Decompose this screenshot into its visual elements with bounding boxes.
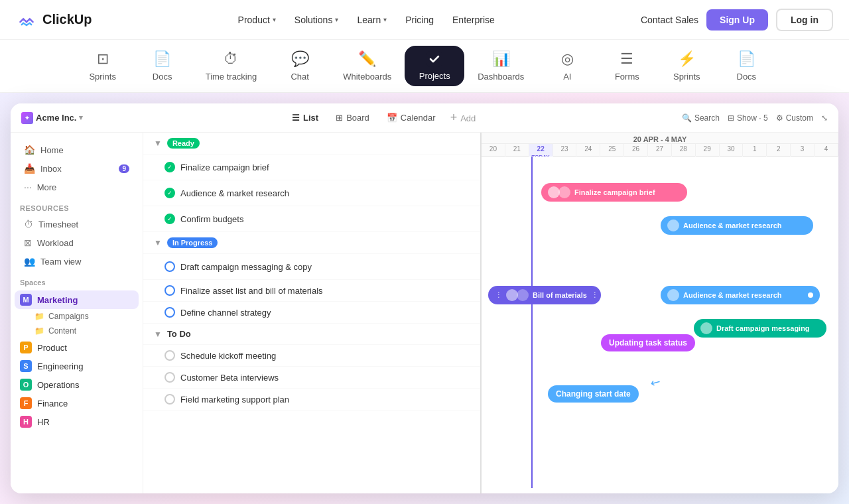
show-button[interactable]: ⊟ Show · 5 (728, 113, 768, 123)
task-check[interactable] (164, 285, 175, 296)
nav-learn[interactable]: Learn ▾ (349, 11, 395, 29)
custom-button[interactable]: ⚙ Custom (776, 113, 813, 123)
sidebar-item-home[interactable]: 🏠 Home (15, 141, 139, 159)
gantt-header: 20 APR - 4 MAY 20 21 22TODAY 23 24 25 26… (482, 133, 838, 157)
tab-projects[interactable]: Projects (405, 46, 464, 86)
avatar (667, 289, 679, 301)
task-check[interactable] (164, 394, 175, 405)
task-check[interactable] (164, 307, 175, 318)
drag-handle-right[interactable]: ⋮ (591, 291, 598, 300)
folder-icon: 📁 (34, 326, 44, 336)
task-check[interactable] (164, 350, 175, 361)
chevron-down-icon: ▾ (383, 16, 387, 23)
top-nav: ClickUp Product ▾ Solutions ▾ Learn ▾ Pr… (0, 0, 849, 40)
gantt-date-range: 20 APR - 4 MAY (482, 133, 838, 143)
workspace-dropdown-icon: ▾ (79, 113, 83, 122)
space-item-product[interactable]: P Product (11, 338, 143, 357)
app-tab-board[interactable]: ⊞ Board (328, 109, 377, 126)
contact-sales-link[interactable]: Contact Sales (641, 15, 698, 25)
app-tab-calendar[interactable]: 📅 Calendar (379, 109, 444, 126)
sidebar-item-workload[interactable]: ⊠ Workload (15, 233, 139, 252)
gantt-bar-draft-messaging[interactable]: Draft campaign messaging (694, 319, 826, 338)
space-item-finance[interactable]: F Finance (11, 394, 143, 412)
space-item-engineering[interactable]: S Engineering (11, 357, 143, 375)
inbox-icon: 📥 (24, 163, 35, 174)
group-toggle-inprogress[interactable]: ▼ (154, 238, 162, 247)
home-icon: 🏠 (24, 145, 35, 155)
tab-sprints[interactable]: ⊡ Sprints (73, 45, 133, 87)
app-tab-list[interactable]: ☰ List (284, 109, 326, 126)
clock-icon: ⏱ (224, 50, 238, 68)
task-check[interactable] (164, 372, 175, 383)
tab-whiteboards[interactable]: ✏️ Whiteboards (330, 45, 405, 87)
timesheet-icon: ⏱ (24, 219, 33, 229)
nav-pricing[interactable]: Pricing (397, 11, 442, 29)
space-dot-operations: O (20, 379, 32, 391)
avatar (558, 186, 570, 198)
fullscreen-button[interactable]: ⤡ (821, 113, 828, 123)
space-dot-product: P (20, 342, 32, 353)
sidebar-item-inbox[interactable]: 📥 Inbox 9 (15, 159, 139, 178)
group-toggle-todo[interactable]: ▼ (154, 330, 162, 339)
gantt-body: Finalize campaign brief Audience & marke… (482, 157, 838, 488)
tab-docs2[interactable]: 📄 Docs (716, 45, 776, 87)
inbox-badge: 9 (119, 164, 129, 173)
nav-product[interactable]: Product ▾ (230, 11, 284, 29)
space-item-marketing[interactable]: M Marketing (15, 290, 139, 309)
task-check[interactable]: ✓ (164, 188, 175, 198)
gantt-bar-audience-research2[interactable]: Audience & market research (661, 286, 820, 304)
tab-ai[interactable]: ◎ AI (537, 45, 597, 87)
tooltip-changing-start-date: Changing start date (548, 385, 639, 403)
task-check[interactable]: ✓ (164, 214, 175, 224)
projects-icon (426, 51, 442, 67)
search-button[interactable]: 🔍 Search (682, 113, 720, 123)
dashboards-icon: 📊 (492, 50, 510, 68)
space-dot-finance: F (20, 397, 32, 409)
whiteboard-icon: ✏️ (358, 50, 376, 68)
sidebar-item-more[interactable]: ··· More (15, 178, 139, 196)
tab-dashboards[interactable]: 📊 Dashboards (464, 45, 537, 87)
sprints2-icon: ⚡ (678, 50, 696, 68)
tab-forms[interactable]: ☰ Forms (597, 45, 657, 87)
space-sub-campaigns[interactable]: 📁 Campaigns (11, 309, 143, 324)
space-sub-content[interactable]: 📁 Content (11, 324, 143, 338)
gantt-bar-campaign-brief[interactable]: Finalize campaign brief (541, 183, 687, 202)
avatar (517, 289, 529, 301)
app-header: ✦ Acme Inc. ▾ ☰ List ⊞ Board 📅 Calendar (11, 103, 838, 133)
logo[interactable]: ClickUp (16, 9, 92, 31)
sprints-icon: ⊡ (97, 50, 109, 68)
sidebar-item-teamview[interactable]: 👥 Team view (15, 252, 139, 271)
login-button[interactable]: Log in (776, 9, 833, 31)
signup-button[interactable]: Sign Up (706, 9, 768, 31)
gantt-bar-bill-materials[interactable]: ⋮ Bill of materials ⋮ (488, 286, 601, 304)
tab-time-tracking[interactable]: ⏱ Time tracking (192, 45, 271, 87)
space-dot-hr: H (20, 416, 32, 428)
workspace-name[interactable]: ✦ Acme Inc. ▾ (21, 112, 83, 124)
task-check[interactable]: ✓ (164, 162, 175, 172)
teamview-icon: 👥 (24, 256, 35, 267)
drag-handle-left[interactable]: ⋮ (495, 291, 502, 300)
status-dot (808, 292, 813, 298)
tab-chat[interactable]: 💬 Chat (270, 45, 330, 87)
avatar (667, 220, 679, 231)
nav-solutions[interactable]: Solutions ▾ (287, 11, 347, 29)
app-tabs: ☰ List ⊞ Board 📅 Calendar + Add (284, 109, 481, 126)
add-view-button[interactable]: + Add (445, 111, 482, 125)
task-check[interactable] (164, 261, 175, 272)
tab-sprints2[interactable]: ⚡ Sprints (657, 45, 716, 87)
resources-title: Resources (11, 196, 143, 215)
settings-icon: ⚙ (776, 113, 783, 123)
board-icon: ⊞ (336, 113, 343, 123)
sidebar-item-timesheet[interactable]: ⏱ Timesheet (15, 215, 139, 233)
task-area: ▼ Ready ✓ Finalize campaign brief 🚩 High… (143, 133, 838, 493)
group-toggle-ready[interactable]: ▼ (154, 139, 162, 148)
chevron-down-icon: ▾ (335, 16, 338, 23)
workspace-icon: ✦ (21, 112, 33, 124)
app-header-right: 🔍 Search ⊟ Show · 5 ⚙ Custom ⤡ (682, 113, 828, 123)
space-item-operations[interactable]: O Operations (11, 375, 143, 394)
tab-docs[interactable]: 📄 Docs (133, 45, 192, 87)
nav-enterprise[interactable]: Enterprise (444, 11, 503, 29)
space-item-hr[interactable]: H HR (11, 412, 143, 431)
nav-links: Product ▾ Solutions ▾ Learn ▾ Pricing En… (230, 11, 503, 29)
gantt-bar-audience-research[interactable]: Audience & market research (661, 216, 813, 235)
